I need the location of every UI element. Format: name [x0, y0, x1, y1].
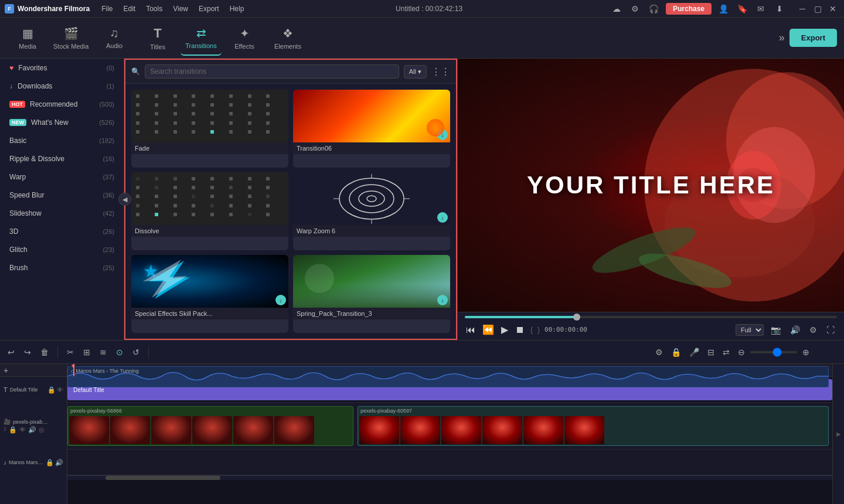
zoom-slider[interactable]: [750, 351, 797, 353]
collapse-panel-button[interactable]: ◀: [118, 193, 131, 206]
stop-button[interactable]: ⏹: [514, 323, 526, 336]
tool-effects[interactable]: ✦ Effects: [224, 21, 265, 56]
sidebar-item-warp[interactable]: Warp (37): [2, 168, 121, 186]
audio-lock-icon[interactable]: 🔒: [46, 459, 54, 466]
sidebar-whatsnew-label: What's New: [31, 118, 69, 127]
settings-timeline-button[interactable]: ⚙: [652, 346, 666, 359]
ripple-edit-button[interactable]: ↺: [130, 346, 142, 359]
sidebar-item-glitch[interactable]: Glitch (23): [2, 241, 121, 258]
sidebar-item-downloads[interactable]: ↓ Downloads (1): [2, 77, 121, 95]
snapshot-button[interactable]: 📷: [768, 324, 783, 336]
v1-visible-icon[interactable]: ◎: [39, 426, 45, 434]
tool-audio[interactable]: ♫ Audio: [94, 21, 135, 56]
menu-file[interactable]: File: [97, 4, 117, 14]
volume-button[interactable]: 🔊: [788, 324, 802, 336]
sidebar-item-basic[interactable]: Basic (182): [2, 132, 121, 149]
scroll-thumb[interactable]: [106, 476, 220, 480]
export-button[interactable]: Export: [789, 29, 837, 47]
video2-clip[interactable]: pexels-pixabay-60597: [358, 406, 829, 446]
menu-export[interactable]: Export: [194, 4, 224, 14]
filter-button[interactable]: All ▾: [404, 65, 427, 79]
whatsnew-count: (526): [99, 119, 114, 126]
title-eye-icon[interactable]: 👁: [57, 386, 63, 394]
undo-button[interactable]: ↩: [5, 346, 18, 359]
tool-stock[interactable]: 🎬 Stock Media: [50, 21, 91, 56]
lock-tracks-button[interactable]: 🔒: [668, 346, 684, 359]
menu-help[interactable]: Help: [225, 4, 249, 14]
headphones-icon[interactable]: 🎧: [647, 2, 661, 16]
v1-lock-icon[interactable]: 🔒: [9, 426, 17, 434]
maximize-button[interactable]: ▢: [811, 2, 824, 15]
search-input[interactable]: [145, 64, 399, 79]
sidebar-item-speedblur[interactable]: Speed Blur (36): [2, 186, 121, 204]
preview-video: YOUR TITLE HERE: [458, 59, 844, 312]
tool-titles[interactable]: T Titles: [137, 21, 178, 56]
tool-transitions[interactable]: ⇄ Transitions: [181, 21, 222, 56]
title-lock-icon[interactable]: 🔒: [47, 386, 56, 394]
play-button[interactable]: ▶: [500, 323, 509, 336]
settings-preview-button[interactable]: ⚙: [807, 324, 819, 336]
adjust-button[interactable]: ⊞: [80, 346, 93, 359]
transition-06[interactable]: ↓ Transition06: [293, 90, 450, 168]
v1-audio-icon[interactable]: 🔊: [28, 426, 36, 434]
audio-clip-label: ♫ Manos Mars - The Tunning: [68, 367, 141, 375]
close-button[interactable]: ✕: [826, 2, 839, 15]
transition-sfxpack[interactable]: ↓ Special Effects Skill Pack...: [131, 255, 288, 333]
audio-vol-icon[interactable]: 🔊: [55, 459, 63, 466]
audio-mix-button[interactable]: ⊟: [705, 346, 717, 359]
playhead[interactable]: [73, 364, 74, 376]
menu-tools[interactable]: Tools: [141, 4, 167, 14]
purchase-button[interactable]: Purchase: [666, 3, 712, 15]
video2-clip-label: pexels-pixabay-60597: [358, 407, 828, 415]
user-icon[interactable]: 👤: [716, 2, 730, 16]
audio-stretch-button[interactable]: ≋: [97, 346, 110, 359]
cloud-icon[interactable]: ☁: [610, 2, 624, 16]
zoom-in-button[interactable]: ⊕: [799, 346, 812, 359]
fullscreen-button[interactable]: ⛶: [824, 324, 837, 336]
quality-select[interactable]: Full 1/2 1/4: [736, 324, 764, 336]
transition-dissolve[interactable]: Dissolve: [131, 172, 288, 250]
menu-view[interactable]: View: [168, 4, 193, 14]
sidebar-item-favorites[interactable]: ♥ Favorites (0): [2, 59, 121, 77]
download-icon[interactable]: ⬇: [772, 2, 787, 16]
tool-elements[interactable]: ❖ Elements: [267, 21, 308, 56]
sidebar-item-recommended[interactable]: HOT Recommended (500): [2, 96, 121, 113]
tool-media[interactable]: ▦ Media: [7, 21, 48, 56]
horizontal-scrollbar[interactable]: [67, 475, 832, 480]
expand-toolbar-button[interactable]: »: [777, 29, 787, 46]
mic-button[interactable]: 🎤: [686, 346, 702, 359]
progress-handle[interactable]: [573, 314, 580, 321]
step-back-button[interactable]: ⏪: [481, 323, 495, 336]
sidebar-item-ripple[interactable]: Ripple & Dissolve (16): [2, 150, 121, 168]
transition-spring[interactable]: ↓ Spring_Pack_Transition_3: [293, 255, 450, 333]
bookmark-icon[interactable]: 🔖: [735, 2, 749, 16]
delete-button[interactable]: 🗑: [38, 346, 52, 359]
sidebar-item-whats-new[interactable]: NEW What's New (526): [2, 114, 121, 131]
sidebar-favorites-label: Favorites: [18, 64, 47, 72]
v1-eye-icon[interactable]: 👁: [19, 426, 26, 434]
transition-warpzoom6[interactable]: ↓ Warp Zoom 6: [293, 172, 450, 250]
sidebar-item-slideshow[interactable]: Slideshow (42): [2, 205, 121, 222]
v1-thumb-3: [151, 416, 191, 444]
mail-icon[interactable]: ✉: [754, 2, 768, 16]
menu-edit[interactable]: Edit: [118, 4, 140, 14]
sidebar-item-brush[interactable]: Brush (25): [2, 259, 121, 277]
magnet-button[interactable]: ⊙: [113, 346, 126, 359]
transition-fade[interactable]: Fade: [131, 90, 288, 168]
transitions-timeline-button[interactable]: ⇄: [720, 346, 733, 359]
progress-bar[interactable]: [465, 316, 837, 318]
settings-icon[interactable]: ⚙: [628, 2, 642, 16]
redo-button[interactable]: ↪: [21, 346, 34, 359]
minimize-button[interactable]: ─: [796, 2, 809, 15]
video1-clip[interactable]: pexels-pixabay-56866: [67, 406, 353, 446]
warp-count: (37): [103, 173, 114, 181]
sidebar-item-3d[interactable]: 3D (26): [2, 223, 121, 240]
zoom-out-button[interactable]: ⊖: [735, 346, 748, 359]
skip-back-button[interactable]: ⏮: [465, 323, 477, 336]
audio-clip[interactable]: ♫ Manos Mars - The Tunning: [67, 366, 829, 387]
grid-view-button[interactable]: ⋮⋮: [431, 66, 450, 77]
search-icon: 🔍: [131, 67, 140, 76]
v1-thumb-4: [192, 416, 232, 444]
cut-button[interactable]: ✂: [64, 346, 77, 359]
add-track-button[interactable]: +: [4, 366, 8, 375]
